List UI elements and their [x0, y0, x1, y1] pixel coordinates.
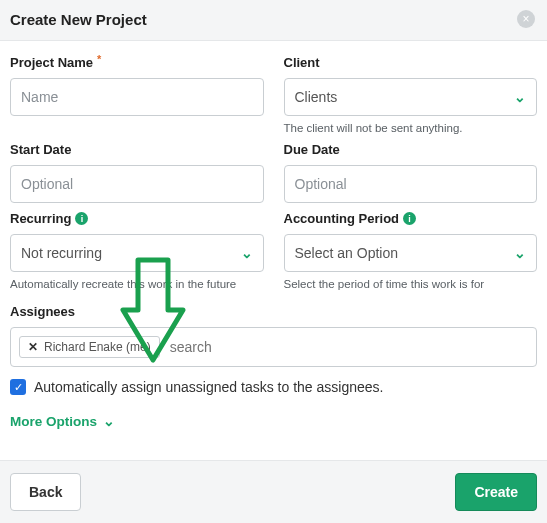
- chip-label: Richard Enake (me): [44, 340, 151, 354]
- chevron-down-icon: ⌄: [514, 245, 526, 261]
- field-recurring: Recurring i Not recurring ⌄ Automaticall…: [10, 211, 264, 290]
- assignees-search-input[interactable]: [170, 339, 528, 355]
- modal-footer: Back Create: [0, 461, 547, 523]
- field-client: Client Clients ⌄ The client will not be …: [284, 55, 538, 134]
- required-asterisk: *: [97, 53, 101, 65]
- auto-assign-row[interactable]: ✓ Automatically assign unassigned tasks …: [10, 379, 537, 395]
- field-due-date: Due Date Optional: [284, 142, 538, 203]
- create-project-modal: Create New Project × Project Name * Name: [0, 0, 547, 523]
- project-name-placeholder: Name: [21, 89, 58, 105]
- back-button[interactable]: Back: [10, 473, 81, 511]
- field-start-date: Start Date Optional: [10, 142, 264, 203]
- row-dates: Start Date Optional Due Date Optional: [10, 134, 537, 203]
- col-recurring: Recurring i Not recurring ⌄ Automaticall…: [10, 203, 264, 290]
- field-project-name: Project Name * Name: [10, 55, 264, 116]
- chevron-down-icon: ⌄: [103, 413, 115, 429]
- modal-title: Create New Project: [10, 11, 147, 28]
- accounting-period-select[interactable]: Select an Option ⌄: [284, 234, 538, 272]
- chip-remove-icon[interactable]: ✕: [28, 340, 38, 354]
- col-accounting-period: Accounting Period i Select an Option ⌄ S…: [284, 203, 538, 290]
- col-project-name: Project Name * Name: [10, 47, 264, 134]
- close-button[interactable]: ×: [517, 10, 535, 28]
- start-date-placeholder: Optional: [21, 176, 73, 192]
- chevron-down-icon: ⌄: [241, 245, 253, 261]
- client-helper: The client will not be sent anything.: [284, 122, 538, 134]
- row-recurring-period: Recurring i Not recurring ⌄ Automaticall…: [10, 203, 537, 290]
- project-name-input[interactable]: Name: [10, 78, 264, 116]
- start-date-input[interactable]: Optional: [10, 165, 264, 203]
- field-assignees: Assignees ✕ Richard Enake (me): [10, 304, 537, 367]
- field-accounting-period: Accounting Period i Select an Option ⌄ S…: [284, 211, 538, 290]
- assignee-chip: ✕ Richard Enake (me): [19, 336, 160, 358]
- due-date-placeholder: Optional: [295, 176, 347, 192]
- chevron-down-icon: ⌄: [514, 89, 526, 105]
- col-due-date: Due Date Optional: [284, 134, 538, 203]
- label-text: Project Name: [10, 55, 93, 70]
- recurring-helper: Automatically recreate this work in the …: [10, 278, 264, 290]
- modal-body: Project Name * Name Client Clients ⌄ The…: [0, 40, 547, 461]
- more-options-label: More Options: [10, 414, 97, 429]
- accounting-period-helper: Select the period of time this work is f…: [284, 278, 538, 290]
- recurring-select[interactable]: Not recurring ⌄: [10, 234, 264, 272]
- client-select[interactable]: Clients ⌄: [284, 78, 538, 116]
- col-client: Client Clients ⌄ The client will not be …: [284, 47, 538, 134]
- col-start-date: Start Date Optional: [10, 134, 264, 203]
- close-icon: ×: [522, 13, 529, 25]
- more-options-toggle[interactable]: More Options ⌄: [10, 413, 115, 429]
- auto-assign-checkbox[interactable]: ✓: [10, 379, 26, 395]
- create-button[interactable]: Create: [455, 473, 537, 511]
- client-selected: Clients: [295, 89, 338, 105]
- label-assignees: Assignees: [10, 304, 537, 319]
- label-accounting-period: Accounting Period i: [284, 211, 538, 226]
- label-text: Accounting Period: [284, 211, 400, 226]
- label-client: Client: [284, 55, 538, 70]
- info-icon[interactable]: i: [75, 212, 88, 225]
- label-project-name: Project Name *: [10, 55, 264, 70]
- info-icon[interactable]: i: [403, 212, 416, 225]
- due-date-input[interactable]: Optional: [284, 165, 538, 203]
- auto-assign-label: Automatically assign unassigned tasks to…: [34, 379, 383, 395]
- label-due-date: Due Date: [284, 142, 538, 157]
- label-start-date: Start Date: [10, 142, 264, 157]
- recurring-selected: Not recurring: [21, 245, 102, 261]
- label-text: Recurring: [10, 211, 71, 226]
- accounting-period-selected: Select an Option: [295, 245, 399, 261]
- row-name-client: Project Name * Name Client Clients ⌄ The…: [10, 47, 537, 134]
- label-recurring: Recurring i: [10, 211, 264, 226]
- modal-header: Create New Project ×: [0, 0, 547, 40]
- assignees-input[interactable]: ✕ Richard Enake (me): [10, 327, 537, 367]
- check-icon: ✓: [14, 381, 23, 394]
